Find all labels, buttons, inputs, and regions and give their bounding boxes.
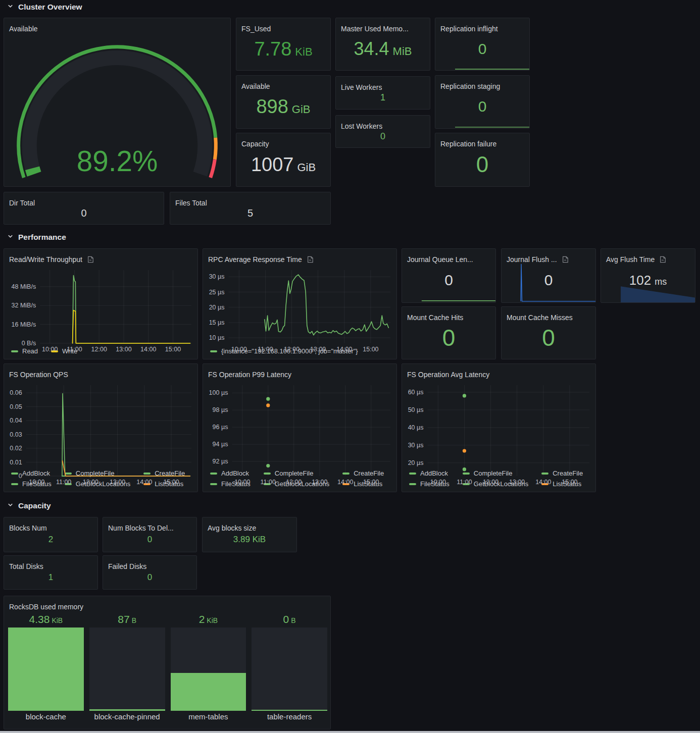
section-title: Cluster Overview bbox=[18, 3, 82, 12]
stat-value: 5 bbox=[247, 208, 253, 218]
panel-mount-cache-hits: Mount Cache Hits 0 bbox=[402, 306, 496, 359]
bar-value: 4.38KiB bbox=[8, 613, 84, 627]
svg-text:12:00: 12:00 bbox=[286, 479, 302, 486]
panel-read-write-throughput: Read/Write Throughput 10:0011:0012:0013:… bbox=[4, 248, 198, 359]
svg-text:30 µs: 30 µs bbox=[209, 273, 225, 280]
svg-text:0.03: 0.03 bbox=[10, 431, 22, 438]
bar-track bbox=[89, 627, 165, 711]
panel-description-icon[interactable] bbox=[307, 256, 314, 263]
svg-text:11:00: 11:00 bbox=[67, 346, 82, 353]
svg-text:12:00: 12:00 bbox=[91, 346, 107, 353]
panel-description-icon[interactable] bbox=[87, 256, 94, 263]
svg-text:0.04: 0.04 bbox=[10, 417, 22, 424]
svg-text:0: 0 bbox=[19, 473, 22, 480]
svg-text:50 µs: 50 µs bbox=[408, 406, 424, 413]
svg-text:15:00: 15:00 bbox=[363, 346, 378, 353]
svg-text:13:00: 13:00 bbox=[312, 479, 327, 486]
bar-fill bbox=[89, 709, 165, 711]
svg-text:11:00: 11:00 bbox=[261, 479, 276, 486]
section-header-capacity[interactable]: Capacity bbox=[7, 501, 51, 510]
svg-text:14:00: 14:00 bbox=[140, 346, 156, 353]
svg-text:14:00: 14:00 bbox=[337, 479, 353, 486]
svg-text:15:00: 15:00 bbox=[363, 479, 379, 486]
bar-column[interactable]: 87Bblock-cache-pinned bbox=[89, 613, 165, 723]
bar-label: block-cache bbox=[8, 711, 84, 723]
svg-text:98 µs: 98 µs bbox=[213, 406, 228, 413]
svg-text:0.02: 0.02 bbox=[10, 445, 22, 452]
p99-latency-chart[interactable]: 10:0011:0012:0013:0014:0015:0092 µs94 µs… bbox=[205, 381, 394, 468]
svg-text:16 MiB/s: 16 MiB/s bbox=[12, 321, 36, 328]
stat-value: 0 bbox=[380, 132, 385, 141]
svg-text:0.06: 0.06 bbox=[10, 389, 22, 396]
panel-journal-queue-length: Journal Queue Len... 0 bbox=[402, 248, 496, 303]
bar-fill bbox=[171, 673, 246, 711]
svg-text:92 µs: 92 µs bbox=[213, 458, 228, 465]
panel-avg-blocks-size: Avg blocks size 3.89 KiB bbox=[202, 517, 297, 552]
stat-value: 3.89 KiB bbox=[233, 535, 266, 544]
panel-avg-flush-time: Avg Flush Time 102ms bbox=[601, 248, 695, 303]
panel-failed-disks: Failed Disks 0 bbox=[103, 555, 197, 590]
bar-value: 2KiB bbox=[171, 613, 246, 627]
stat-value: 102ms bbox=[629, 274, 667, 287]
throughput-chart[interactable]: 10:0011:0012:0013:0014:0015:000 B/s16 Mi… bbox=[6, 266, 195, 346]
rocksdb-bar-gauge[interactable]: 4.38KiBblock-cache87Bblock-cache-pinned2… bbox=[8, 613, 327, 723]
svg-text:13:00: 13:00 bbox=[110, 479, 125, 486]
stat-value: 7.78KiB bbox=[254, 39, 312, 59]
stat-value: 0 bbox=[147, 573, 152, 582]
stat-value: 1 bbox=[48, 573, 53, 582]
bar-fill bbox=[252, 710, 327, 711]
stat-value: 0 bbox=[476, 153, 488, 176]
panel-title[interactable]: RPC Average Response Time bbox=[203, 249, 396, 266]
section-header-performance[interactable]: Performance bbox=[7, 233, 66, 242]
bar-column[interactable]: 4.38KiBblock-cache bbox=[8, 613, 84, 723]
svg-text:15:00: 15:00 bbox=[163, 479, 179, 486]
horizontal-scrollbar[interactable] bbox=[0, 731, 700, 733]
available-gauge[interactable]: 89.2% bbox=[6, 35, 228, 186]
panel-fs-used: FS_Used 7.78KiB bbox=[236, 18, 331, 71]
stat-value: 34.4MiB bbox=[354, 40, 412, 58]
bar-label: mem-tables bbox=[171, 711, 246, 723]
bar-column[interactable]: 0Btable-readers bbox=[252, 613, 327, 723]
panel-available-gauge: Available 89.2% bbox=[4, 18, 231, 187]
panel-blocks-num: Blocks Num 2 bbox=[4, 517, 98, 552]
qps-chart[interactable]: 10:0011:0012:0013:0014:0015:0000.010.020… bbox=[6, 381, 195, 468]
panel-replication-staging: Replication staging 0 bbox=[435, 75, 530, 129]
svg-text:14:00: 14:00 bbox=[336, 346, 352, 353]
stat-value: 1007GiB bbox=[251, 155, 316, 174]
panel-fs-operation-p99-latency: FS Operation P99 Latency 10:0011:0012:00… bbox=[203, 363, 397, 492]
svg-text:10:00: 10:00 bbox=[29, 479, 44, 486]
svg-text:0.05: 0.05 bbox=[10, 403, 22, 410]
bar-column[interactable]: 2KiBmem-tables bbox=[171, 613, 246, 723]
panel-title[interactable]: Read/Write Throughput bbox=[4, 249, 197, 266]
stat-value: 0 bbox=[478, 99, 487, 114]
panel-title[interactable]: RocksDB used memory bbox=[4, 596, 330, 613]
bar-track bbox=[252, 627, 327, 711]
svg-text:11:00: 11:00 bbox=[258, 346, 273, 353]
panel-title[interactable]: FS Operation QPS bbox=[4, 364, 197, 381]
svg-text:20 µs: 20 µs bbox=[408, 459, 424, 466]
panel-replication-failure: Replication failure 0 bbox=[435, 133, 530, 187]
svg-text:25 µs: 25 µs bbox=[209, 289, 225, 296]
avg-latency-chart[interactable]: 10:0011:0012:0013:0014:0015:0020 µs30 µs… bbox=[404, 381, 593, 468]
stat-value: 0 bbox=[81, 208, 86, 218]
bar-value: 0B bbox=[252, 613, 327, 627]
stat-value: 0 bbox=[147, 535, 152, 544]
svg-text:11:00: 11:00 bbox=[457, 479, 472, 486]
stat-value: 0 bbox=[544, 273, 553, 288]
panel-title[interactable]: Available bbox=[4, 18, 230, 35]
panel-fs-operation-avg-latency: FS Operation Avg Latency 10:0011:0012:00… bbox=[402, 363, 596, 492]
section-header-cluster-overview[interactable]: Cluster Overview bbox=[7, 3, 82, 12]
svg-text:12:00: 12:00 bbox=[284, 346, 299, 353]
svg-text:14:00: 14:00 bbox=[136, 479, 152, 486]
panel-title[interactable]: FS Operation P99 Latency bbox=[203, 364, 396, 381]
svg-text:10:00: 10:00 bbox=[430, 479, 446, 486]
section-title: Performance bbox=[18, 233, 66, 242]
bar-value: 87B bbox=[89, 613, 165, 627]
panel-title[interactable]: FS Operation Avg Latency bbox=[402, 364, 595, 381]
panel-num-blocks-to-delete: Num Blocks To Del... 0 bbox=[103, 517, 197, 552]
svg-text:96 µs: 96 µs bbox=[213, 424, 228, 431]
rpc-chart[interactable]: 10:0011:0012:0013:0014:0015:0010 µs15 µs… bbox=[205, 266, 394, 346]
panel-total-disks: Total Disks 1 bbox=[4, 555, 98, 590]
panel-fs-operation-qps: FS Operation QPS 10:0011:0012:0013:0014:… bbox=[4, 363, 198, 492]
bar-label: block-cache-pinned bbox=[89, 711, 165, 723]
